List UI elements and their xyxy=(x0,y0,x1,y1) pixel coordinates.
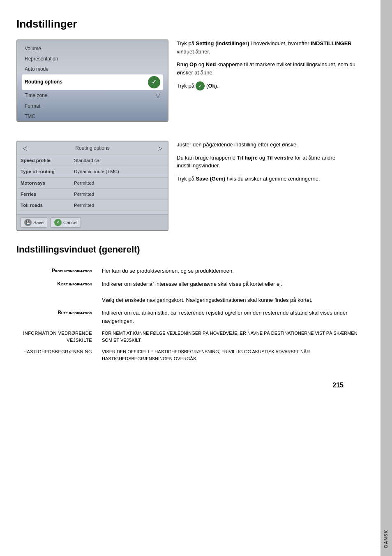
info-row-hastighed: Hastighedsbegrænsning Viser den officiel… xyxy=(16,346,368,364)
screen2-row-ferries: Ferries Permitted xyxy=(17,189,168,200)
section2-title: Indstillingsvinduet (generelt) xyxy=(16,243,368,256)
menu-item-timezone: Time zone ▽ xyxy=(22,90,163,102)
screen2-row-motorways: Motorways Permitted xyxy=(17,178,168,189)
save-button[interactable]: 💾 Save xyxy=(21,217,47,228)
info-row-produktinfo: Produktinformation Her kan du se produkt… xyxy=(16,264,368,278)
info-row-vejskilte: Information vedrørendevejskilte For nemt… xyxy=(16,327,368,346)
motorways-label: Motorways xyxy=(21,180,74,186)
main-content: Indstillinger Volume Representation Auto… xyxy=(0,0,380,556)
screen2-header-title: Routing options xyxy=(75,145,109,152)
arrow-down-icon: ▽ xyxy=(156,92,160,100)
type-of-routing-label: Type of routing xyxy=(21,168,74,175)
indstillinger-bold: INDSTILLINGER xyxy=(311,40,352,46)
menu-item-routing-options-label: Routing options xyxy=(25,79,62,86)
right-col1-p2: Brug Op og Ned knapperne til at markere … xyxy=(177,60,368,76)
info-table: Produktinformation Her kan du se produkt… xyxy=(16,264,368,364)
toll-roads-value: Permitted xyxy=(74,202,94,208)
cancel-icon: ✕ xyxy=(54,219,62,226)
speed-profile-value: Standard car xyxy=(74,157,101,164)
ok-label: Ok xyxy=(208,83,215,89)
produktinfo-label: Produktinformation xyxy=(16,264,99,278)
cancel-button[interactable]: ✕ Cancel xyxy=(51,217,81,228)
vejskilte-label: Information vedrørendevejskilte xyxy=(16,327,99,346)
side-tab-label: DANSK xyxy=(383,530,389,548)
checkmark-icon: ✓ xyxy=(148,76,160,88)
menu-item-format-label: Format xyxy=(25,103,40,110)
menu-item-automode: Auto mode xyxy=(22,64,163,74)
right-col2-p1: Juster den pågældende indstilling efter … xyxy=(177,141,368,149)
left-arrow-icon[interactable]: ◁ xyxy=(21,144,29,152)
screen2-container: ◁ Routing options ▷ Speed profile Standa… xyxy=(16,141,168,231)
menu-item-representation-label: Representation xyxy=(25,56,58,63)
kortinfo-label: Kort information xyxy=(16,278,99,307)
device-screen-1: Volume Representation Auto mode Routing … xyxy=(16,39,168,122)
section1-bottom-row: ◁ Routing options ▷ Speed profile Standa… xyxy=(16,141,368,231)
menu-item-tmc-label: TMC xyxy=(25,113,35,120)
ruteinfo-label: Rute information xyxy=(16,306,99,327)
menu-item-volume: Volume xyxy=(22,44,163,54)
right-col1-p3: Tryk på ✓ (Ok). xyxy=(177,81,368,90)
screen2-row-speed: Speed profile Standard car xyxy=(17,155,168,166)
speed-profile-label: Speed profile xyxy=(21,157,74,164)
menu-item-format: Format xyxy=(22,101,163,111)
setting-bold: Setting (Indstillinger) xyxy=(196,40,249,46)
toll-roads-label: Toll roads xyxy=(21,202,74,208)
page: Indstillinger Volume Representation Auto… xyxy=(0,0,392,556)
right-arrow-icon[interactable]: ▷ xyxy=(156,144,164,152)
screen1-container: Volume Representation Auto mode Routing … xyxy=(16,39,168,128)
save-icon: 💾 xyxy=(24,219,32,226)
menu-item-tmc: TMC xyxy=(22,111,163,122)
device-screen-2: ◁ Routing options ▷ Speed profile Standa… xyxy=(16,141,168,231)
hastighed-value: Viser den officielle hastighedsbegrænsni… xyxy=(99,346,368,364)
kortinfo-value: Indikerer om steder af interesse eller g… xyxy=(99,278,368,307)
page-number: 215 xyxy=(16,381,368,390)
motorways-value: Permitted xyxy=(74,180,94,186)
menu-item-representation: Representation xyxy=(22,54,163,64)
save-label: Save xyxy=(33,220,44,226)
menu-item-routing-options[interactable]: Routing options ✓ xyxy=(22,74,163,90)
section1-title: Indstillinger xyxy=(16,16,368,31)
right-col1-p1: Tryk på Setting (Indstillinger) i hovedv… xyxy=(177,39,368,56)
screen2-row-toll-roads: Toll roads Permitted xyxy=(17,200,168,211)
screen2-row-routing-type: Type of routing Dynamic route (TMC) xyxy=(17,166,168,177)
type-of-routing-value: Dynamic route (TMC) xyxy=(74,168,119,175)
side-tab: DANSK xyxy=(380,0,392,556)
screen2-rows: Speed profile Standard car Type of routi… xyxy=(17,155,168,214)
right-col-1: Tryk på Setting (Indstillinger) i hovedv… xyxy=(177,39,368,128)
menu-item-timezone-label: Time zone xyxy=(25,92,48,99)
ok-circle-icon: ✓ xyxy=(196,81,205,90)
info-row-kortinfo: Kort information Indikerer om steder af … xyxy=(16,278,368,307)
screen2-footer: 💾 Save ✕ Cancel xyxy=(17,214,168,230)
section1-top-row: Volume Representation Auto mode Routing … xyxy=(16,39,368,128)
produktinfo-value: Her kan du se produktversionen, og se pr… xyxy=(99,264,368,278)
ferries-value: Permitted xyxy=(74,191,94,197)
info-row-ruteinfo: Rute information Indikerer om ca. ankoms… xyxy=(16,306,368,327)
ruteinfo-value: Indikerer om ca. ankomsttid, ca. restere… xyxy=(99,306,368,327)
menu-item-volume-label: Volume xyxy=(25,45,41,52)
screen1-menu: Volume Representation Auto mode Routing … xyxy=(17,40,168,121)
right-col-2: Juster den pågældende indstilling efter … xyxy=(177,141,368,231)
screen2-inner: ◁ Routing options ▷ Speed profile Standa… xyxy=(17,141,168,230)
ferries-label: Ferries xyxy=(21,191,74,197)
vejskilte-value: For nemt at kunne følge vejledninger på … xyxy=(99,327,368,346)
cancel-label: Cancel xyxy=(63,220,77,226)
right-col2-p3: Tryk på Save (Gem) hvis du ønsker at gem… xyxy=(177,175,368,183)
right-col2-p2: Du kan bruge knapperne Til højre og Til … xyxy=(177,154,368,170)
screen2-header: ◁ Routing options ▷ xyxy=(17,141,168,155)
menu-item-automode-label: Auto mode xyxy=(25,66,48,73)
hastighed-label: Hastighedsbegrænsning xyxy=(16,346,99,364)
